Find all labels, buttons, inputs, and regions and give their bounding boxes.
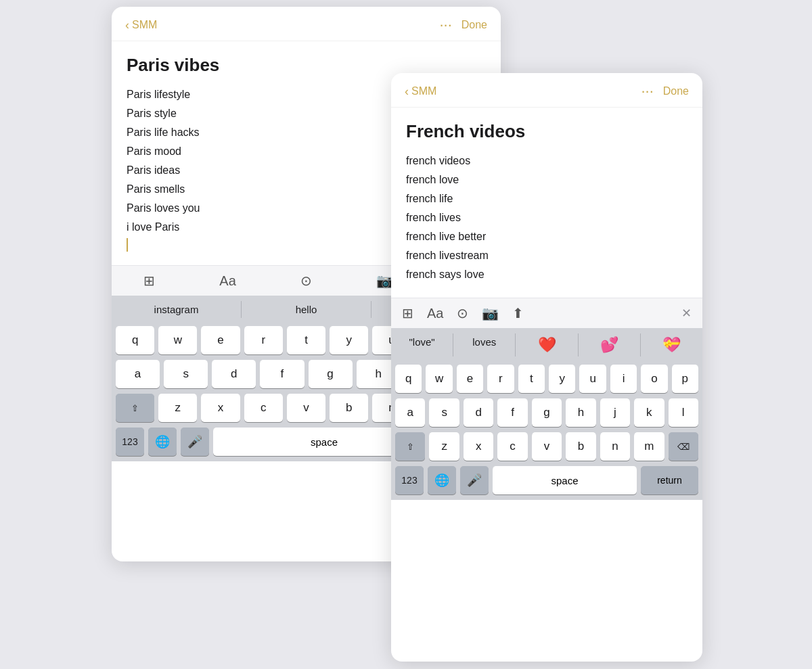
format-icon[interactable]: Aa xyxy=(219,273,235,289)
right-key-w[interactable]: w xyxy=(426,365,452,393)
right-key-e[interactable]: e xyxy=(457,365,483,393)
list-item: french says love xyxy=(406,265,687,284)
key-v[interactable]: v xyxy=(287,394,325,422)
right-table-icon[interactable]: ⊞ xyxy=(402,305,413,321)
right-format-icon[interactable]: Aa xyxy=(427,306,443,321)
autocomplete-red-heart[interactable]: ❤️ xyxy=(516,333,578,356)
right-key-v[interactable]: v xyxy=(532,432,562,461)
right-keyboard: q w e r t y u i o p a s d f g h j k l ⇧ … xyxy=(391,362,702,500)
key-g[interactable]: g xyxy=(309,360,353,388)
autocomplete-instagram[interactable]: instagram xyxy=(112,301,242,318)
right-key-q[interactable]: q xyxy=(395,365,422,393)
right-key-c[interactable]: c xyxy=(497,432,527,461)
autocomplete-sparkling-heart[interactable]: 💝 xyxy=(641,333,702,356)
right-key-r[interactable]: r xyxy=(487,365,514,393)
right-globe-key[interactable]: 🌐 xyxy=(428,466,456,494)
text-cursor xyxy=(127,238,128,252)
key-y[interactable]: y xyxy=(330,326,368,354)
right-keyboard-row-1: q w e r t y u i o p xyxy=(391,362,702,396)
right-numbers-key[interactable]: 123 xyxy=(395,466,424,494)
left-more-icon[interactable]: ··· xyxy=(439,16,451,34)
right-mic-key[interactable]: 🎤 xyxy=(460,466,489,494)
right-note-title: French videos xyxy=(406,121,687,142)
list-item: french lives xyxy=(406,208,687,227)
list-item: french life xyxy=(406,189,687,208)
right-return-key[interactable]: return xyxy=(641,466,698,494)
right-toolbar-icons: ⊞ Aa ⊙ 📷 ⬆ xyxy=(402,305,524,321)
autocomplete-love-quoted[interactable]: "love" xyxy=(391,333,453,356)
key-d[interactable]: d xyxy=(212,360,256,388)
right-back-button[interactable]: ‹ SMM xyxy=(405,85,436,97)
right-check-icon[interactable]: ⊙ xyxy=(457,305,468,321)
right-camera-icon[interactable]: 📷 xyxy=(482,305,499,321)
key-s[interactable]: s xyxy=(164,360,208,388)
right-delete-key[interactable]: ⌫ xyxy=(669,432,698,461)
table-icon[interactable]: ⊞ xyxy=(143,273,155,289)
key-a[interactable]: a xyxy=(116,360,160,388)
right-back-label: SMM xyxy=(411,85,436,97)
right-key-p[interactable]: p xyxy=(672,365,698,393)
left-nav-actions: ··· Done xyxy=(439,16,487,34)
right-chevron-icon: ‹ xyxy=(405,85,409,97)
right-more-icon[interactable]: ··· xyxy=(641,83,653,100)
right-key-s[interactable]: s xyxy=(429,398,459,427)
left-back-button[interactable]: ‹ SMM xyxy=(125,19,157,31)
right-key-z[interactable]: z xyxy=(429,432,459,461)
right-key-h[interactable]: h xyxy=(566,398,595,427)
right-nav-bar: ‹ SMM ··· Done xyxy=(391,73,702,108)
key-z[interactable]: z xyxy=(158,394,197,422)
right-keyboard-row-2: a s d f g h j k l xyxy=(391,396,702,430)
right-key-l[interactable]: l xyxy=(669,398,698,427)
left-back-label: SMM xyxy=(132,19,157,31)
right-keyboard-row-3: ⇧ z x c v b n m ⌫ xyxy=(391,430,702,463)
key-r[interactable]: r xyxy=(244,326,283,354)
right-key-o[interactable]: o xyxy=(641,365,667,393)
key-t[interactable]: t xyxy=(287,326,325,354)
right-key-a[interactable]: a xyxy=(395,398,425,427)
key-q[interactable]: q xyxy=(116,326,154,354)
right-nav-actions: ··· Done xyxy=(641,83,689,100)
right-key-m[interactable]: m xyxy=(634,432,664,461)
key-c[interactable]: c xyxy=(244,394,283,422)
right-key-b[interactable]: b xyxy=(566,432,595,461)
shift-key[interactable]: ⇧ xyxy=(116,394,154,422)
right-key-g[interactable]: g xyxy=(532,398,562,427)
right-key-x[interactable]: x xyxy=(464,432,493,461)
right-key-k[interactable]: k xyxy=(634,398,664,427)
key-e[interactable]: e xyxy=(201,326,240,354)
list-item: french livestream xyxy=(406,246,687,265)
right-autocomplete-bar: "love" loves ❤️ 💕 💝 xyxy=(391,328,702,362)
autocomplete-pink-hearts[interactable]: 💕 xyxy=(579,333,641,356)
left-done-button[interactable]: Done xyxy=(461,19,487,31)
list-item: french live better xyxy=(406,227,687,246)
right-key-i[interactable]: i xyxy=(610,365,637,393)
right-key-f[interactable]: f xyxy=(497,398,527,427)
close-keyboard-button[interactable]: ✕ xyxy=(681,306,692,321)
right-keyboard-bottom-row: 123 🌐 🎤 space return xyxy=(391,463,702,500)
right-space-key[interactable]: space xyxy=(493,466,637,494)
numbers-key[interactable]: 123 xyxy=(116,428,144,456)
key-w[interactable]: w xyxy=(158,326,197,354)
autocomplete-loves[interactable]: loves xyxy=(453,333,516,356)
right-key-d[interactable]: d xyxy=(464,398,493,427)
right-key-u[interactable]: u xyxy=(579,365,606,393)
key-b[interactable]: b xyxy=(330,394,368,422)
camera-icon[interactable]: 📷 xyxy=(376,273,393,289)
mic-key[interactable]: 🎤 xyxy=(181,428,209,456)
right-key-t[interactable]: t xyxy=(518,365,545,393)
right-toolbar: ⊞ Aa ⊙ 📷 ⬆ ✕ xyxy=(391,298,702,328)
right-send-icon[interactable]: ⬆ xyxy=(512,305,524,321)
right-shift-key[interactable]: ⇧ xyxy=(395,432,425,461)
left-chevron-icon: ‹ xyxy=(125,19,129,31)
check-icon[interactable]: ⊙ xyxy=(300,273,312,289)
key-x[interactable]: x xyxy=(201,394,240,422)
globe-key[interactable]: 🌐 xyxy=(148,428,177,456)
right-key-j[interactable]: j xyxy=(600,398,630,427)
key-f[interactable]: f xyxy=(260,360,304,388)
right-key-y[interactable]: y xyxy=(549,365,575,393)
right-key-n[interactable]: n xyxy=(600,432,630,461)
list-item: french love xyxy=(406,170,687,189)
right-done-button[interactable]: Done xyxy=(663,85,689,97)
autocomplete-hello[interactable]: hello xyxy=(242,301,371,318)
left-nav-bar: ‹ SMM ··· Done xyxy=(112,7,501,41)
